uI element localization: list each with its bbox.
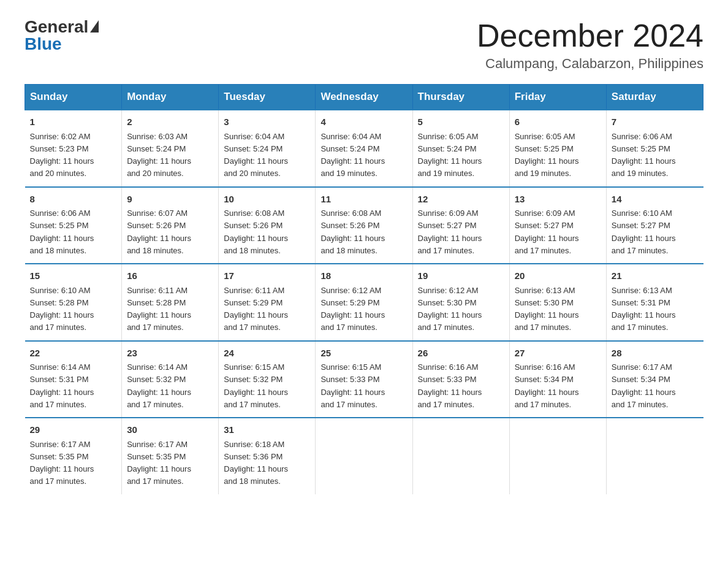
day-number: 19 xyxy=(418,269,504,283)
day-cell xyxy=(509,418,606,494)
day-info: Sunrise: 6:08 AMSunset: 5:26 PMDaylight:… xyxy=(320,209,385,255)
day-info: Sunrise: 6:10 AMSunset: 5:27 PMDaylight:… xyxy=(612,209,676,255)
day-number: 9 xyxy=(127,193,213,207)
day-number: 14 xyxy=(612,193,699,207)
day-info: Sunrise: 6:05 AMSunset: 5:24 PMDaylight:… xyxy=(418,132,482,178)
day-cell: 29Sunrise: 6:17 AMSunset: 5:35 PMDayligh… xyxy=(25,418,122,494)
day-info: Sunrise: 6:09 AMSunset: 5:27 PMDaylight:… xyxy=(515,209,579,255)
day-number: 31 xyxy=(224,423,310,437)
header-tuesday: Tuesday xyxy=(219,85,316,110)
day-info: Sunrise: 6:10 AMSunset: 5:28 PMDaylight:… xyxy=(30,286,94,332)
day-cell: 10Sunrise: 6:08 AMSunset: 5:26 PMDayligh… xyxy=(219,187,316,264)
day-number: 18 xyxy=(320,269,407,283)
day-number: 17 xyxy=(224,269,310,283)
day-number: 10 xyxy=(224,193,310,207)
day-number: 15 xyxy=(30,269,117,283)
day-cell: 9Sunrise: 6:07 AMSunset: 5:26 PMDaylight… xyxy=(122,187,219,264)
page-header: General Blue December 2024 Calumpang, Ca… xyxy=(25,18,703,72)
day-number: 25 xyxy=(320,347,407,361)
day-number: 30 xyxy=(127,423,213,437)
day-number: 8 xyxy=(30,193,117,207)
day-number: 27 xyxy=(515,347,601,361)
day-cell: 27Sunrise: 6:16 AMSunset: 5:34 PMDayligh… xyxy=(509,341,606,418)
day-number: 26 xyxy=(418,347,504,361)
day-info: Sunrise: 6:09 AMSunset: 5:27 PMDaylight:… xyxy=(418,209,482,255)
day-info: Sunrise: 6:06 AMSunset: 5:25 PMDaylight:… xyxy=(612,132,676,178)
day-cell xyxy=(412,418,509,494)
header-thursday: Thursday xyxy=(412,85,509,110)
day-number: 7 xyxy=(612,115,699,129)
calendar-header-row: SundayMondayTuesdayWednesdayThursdayFrid… xyxy=(25,85,703,110)
day-info: Sunrise: 6:17 AMSunset: 5:35 PMDaylight:… xyxy=(127,440,191,486)
day-info: Sunrise: 6:12 AMSunset: 5:30 PMDaylight:… xyxy=(418,286,482,332)
day-number: 3 xyxy=(224,115,310,129)
day-info: Sunrise: 6:11 AMSunset: 5:29 PMDaylight:… xyxy=(224,286,288,332)
day-cell: 6Sunrise: 6:05 AMSunset: 5:25 PMDaylight… xyxy=(509,110,606,187)
day-number: 5 xyxy=(418,115,504,129)
day-number: 4 xyxy=(320,115,407,129)
day-number: 29 xyxy=(30,423,117,437)
day-number: 11 xyxy=(320,193,407,207)
day-cell: 21Sunrise: 6:13 AMSunset: 5:31 PMDayligh… xyxy=(606,264,703,341)
header-monday: Monday xyxy=(122,85,219,110)
day-number: 1 xyxy=(30,115,117,129)
day-info: Sunrise: 6:05 AMSunset: 5:25 PMDaylight:… xyxy=(515,132,579,178)
day-cell: 14Sunrise: 6:10 AMSunset: 5:27 PMDayligh… xyxy=(606,187,703,264)
day-number: 23 xyxy=(127,347,213,361)
day-info: Sunrise: 6:13 AMSunset: 5:30 PMDaylight:… xyxy=(515,286,579,332)
day-cell: 17Sunrise: 6:11 AMSunset: 5:29 PMDayligh… xyxy=(219,264,316,341)
day-info: Sunrise: 6:15 AMSunset: 5:32 PMDaylight:… xyxy=(224,362,288,409)
day-number: 2 xyxy=(127,115,213,129)
day-cell: 25Sunrise: 6:15 AMSunset: 5:33 PMDayligh… xyxy=(316,341,412,418)
day-cell: 23Sunrise: 6:14 AMSunset: 5:32 PMDayligh… xyxy=(122,341,219,418)
day-cell: 11Sunrise: 6:08 AMSunset: 5:26 PMDayligh… xyxy=(316,187,412,264)
day-info: Sunrise: 6:14 AMSunset: 5:32 PMDaylight:… xyxy=(127,362,191,409)
day-number: 24 xyxy=(224,347,310,361)
day-number: 22 xyxy=(30,347,117,361)
calendar-table: SundayMondayTuesdayWednesdayThursdayFrid… xyxy=(25,84,703,494)
day-number: 16 xyxy=(127,269,213,283)
day-info: Sunrise: 6:07 AMSunset: 5:26 PMDaylight:… xyxy=(127,209,191,255)
day-cell: 18Sunrise: 6:12 AMSunset: 5:29 PMDayligh… xyxy=(316,264,412,341)
day-info: Sunrise: 6:03 AMSunset: 5:24 PMDaylight:… xyxy=(127,132,191,178)
day-cell: 16Sunrise: 6:11 AMSunset: 5:28 PMDayligh… xyxy=(122,264,219,341)
day-number: 12 xyxy=(418,193,504,207)
day-cell: 7Sunrise: 6:06 AMSunset: 5:25 PMDaylight… xyxy=(606,110,703,187)
day-info: Sunrise: 6:18 AMSunset: 5:36 PMDaylight:… xyxy=(224,440,288,486)
day-cell: 24Sunrise: 6:15 AMSunset: 5:32 PMDayligh… xyxy=(219,341,316,418)
day-info: Sunrise: 6:14 AMSunset: 5:31 PMDaylight:… xyxy=(30,362,94,409)
logo-general-text: General xyxy=(25,18,88,36)
day-info: Sunrise: 6:16 AMSunset: 5:33 PMDaylight:… xyxy=(418,362,482,409)
header-friday: Friday xyxy=(509,85,606,110)
day-cell: 4Sunrise: 6:04 AMSunset: 5:24 PMDaylight… xyxy=(316,110,412,187)
logo-blue-text: Blue xyxy=(25,36,62,53)
day-info: Sunrise: 6:12 AMSunset: 5:29 PMDaylight:… xyxy=(320,286,385,332)
day-info: Sunrise: 6:11 AMSunset: 5:28 PMDaylight:… xyxy=(127,286,191,332)
day-cell: 1Sunrise: 6:02 AMSunset: 5:23 PMDaylight… xyxy=(25,110,122,187)
day-info: Sunrise: 6:15 AMSunset: 5:33 PMDaylight:… xyxy=(320,362,385,409)
day-info: Sunrise: 6:02 AMSunset: 5:23 PMDaylight:… xyxy=(30,132,94,178)
day-number: 28 xyxy=(612,347,699,361)
day-cell: 12Sunrise: 6:09 AMSunset: 5:27 PMDayligh… xyxy=(412,187,509,264)
day-cell: 28Sunrise: 6:17 AMSunset: 5:34 PMDayligh… xyxy=(606,341,703,418)
day-cell: 2Sunrise: 6:03 AMSunset: 5:24 PMDaylight… xyxy=(122,110,219,187)
day-cell: 13Sunrise: 6:09 AMSunset: 5:27 PMDayligh… xyxy=(509,187,606,264)
day-number: 21 xyxy=(612,269,699,283)
week-row-5: 29Sunrise: 6:17 AMSunset: 5:35 PMDayligh… xyxy=(25,418,703,494)
header-sunday: Sunday xyxy=(25,85,122,110)
day-number: 13 xyxy=(515,193,601,207)
week-row-1: 1Sunrise: 6:02 AMSunset: 5:23 PMDaylight… xyxy=(25,110,703,187)
day-info: Sunrise: 6:17 AMSunset: 5:35 PMDaylight:… xyxy=(30,440,94,486)
week-row-3: 15Sunrise: 6:10 AMSunset: 5:28 PMDayligh… xyxy=(25,264,703,341)
day-cell: 26Sunrise: 6:16 AMSunset: 5:33 PMDayligh… xyxy=(412,341,509,418)
week-row-4: 22Sunrise: 6:14 AMSunset: 5:31 PMDayligh… xyxy=(25,341,703,418)
day-number: 20 xyxy=(515,269,601,283)
day-info: Sunrise: 6:08 AMSunset: 5:26 PMDaylight:… xyxy=(224,209,288,255)
day-info: Sunrise: 6:04 AMSunset: 5:24 PMDaylight:… xyxy=(224,132,288,178)
day-info: Sunrise: 6:17 AMSunset: 5:34 PMDaylight:… xyxy=(612,362,676,409)
day-cell: 31Sunrise: 6:18 AMSunset: 5:36 PMDayligh… xyxy=(219,418,316,494)
logo: General Blue xyxy=(25,18,99,53)
day-cell: 8Sunrise: 6:06 AMSunset: 5:25 PMDaylight… xyxy=(25,187,122,264)
header-saturday: Saturday xyxy=(606,85,703,110)
title-section: December 2024 Calumpang, Calabarzon, Phi… xyxy=(477,18,703,72)
